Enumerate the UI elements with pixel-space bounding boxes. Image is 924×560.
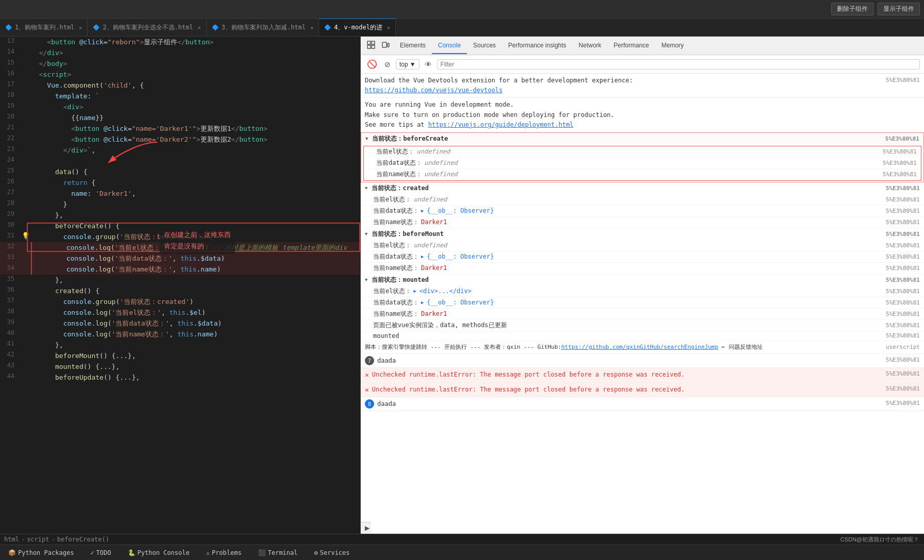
group-beforemount-header[interactable]: 当前状态：beforeMount 5%E3%80%81	[361, 228, 924, 240]
code-line-23: 23 </div>`,	[0, 145, 360, 156]
group-item-name-3: 当前name状态： Darker1 5%E3%80%81	[361, 263, 924, 274]
script-link[interactable]: https://github.com/qxinGitHub/searchEngi…	[561, 344, 718, 350]
bottom-tab-todo[interactable]: ✓ TODO	[86, 547, 115, 558]
code-line-44: 44 beforeUpdate() {...},	[0, 372, 360, 383]
svg-rect-4	[372, 45, 375, 48]
bottom-tab-problems[interactable]: ⚠ Problems	[202, 547, 246, 558]
group-beforecreate-header[interactable]: 当前状态：beforeCreate 5%E3%80%81	[361, 133, 923, 145]
python-packages-label: Python Packages	[18, 549, 74, 556]
code-line-17: 17 Vue.component('child', {	[0, 80, 360, 91]
inspect-element-button[interactable]	[365, 39, 377, 53]
script-source: userscript	[886, 343, 920, 352]
daada-text-2: daada	[377, 399, 876, 409]
breadcrumb: html › script › beforeCreate()	[0, 534, 924, 545]
tab-performance[interactable]: Performance	[608, 38, 656, 54]
group-item-vue-rendered: 页面已被vue实例渲染，data, methods已更新 5%E3%80%81	[361, 320, 924, 331]
code-line-36: 36 created() {	[0, 285, 360, 296]
services-label: Services	[320, 549, 350, 556]
svg-rect-5	[382, 42, 387, 47]
eye-button[interactable]: 👁	[423, 58, 434, 71]
group-item-name-2: 当前name状态： Darker1 5%E3%80%81	[361, 217, 924, 228]
top-buttons-bar: 删除子组件 显示子组件	[0, 0, 924, 19]
clear-console-button[interactable]: 🚫	[365, 57, 379, 71]
vue-deploy-link[interactable]: https://vuejs.org/guide/deployment.html	[428, 121, 574, 128]
group-item-el-3: 当前el状态： undefined 5%E3%80%81	[361, 240, 924, 251]
device-toggle-button[interactable]	[379, 39, 392, 53]
terminal-icon: ⬛	[258, 549, 266, 556]
code-line-16: 16 <script>	[0, 69, 360, 80]
bottom-tab-services[interactable]: ⚙ Services	[310, 547, 354, 558]
group-mounted-label: 当前状态：mounted	[372, 276, 429, 284]
svg-rect-6	[388, 43, 389, 47]
group-item-el-4: 当前el状态： ▶ <div>...</div> 5%E3%80%81	[361, 286, 924, 297]
svg-rect-3	[367, 45, 371, 48]
group-created-label: 当前状态：created	[372, 184, 429, 193]
code-editor: 13 <button @click="reborn">显示子组件</button…	[0, 37, 361, 534]
tab-1[interactable]: 🔷 1、购物车案列.html ✕	[0, 19, 88, 36]
tab-network[interactable]: Network	[573, 38, 608, 54]
terminal-label: Terminal	[268, 549, 298, 556]
daada-badge-2: 8	[365, 399, 374, 409]
group-item-data-1: 当前data状态： undefined 5%E3%80%81	[364, 158, 921, 169]
code-line-39: 39 console.log('当前data状态：', this.$data)	[0, 318, 360, 329]
group-item-data-4: 当前data状态： ▶ {__ob__: Observer} 5%E3%80%8…	[361, 297, 924, 309]
code-line-38: 38 console.log('当前el状态：', this.$el)	[0, 307, 360, 318]
devtools-expand-btn[interactable]: ▶	[361, 522, 371, 534]
tab-close-1[interactable]: ✕	[79, 25, 82, 30]
error-msg-2: ✕ Unchecked runtime.lastError: The messa…	[361, 383, 924, 398]
todo-label: TODO	[96, 549, 111, 556]
group-created-header[interactable]: 当前状态：created 5%E3%80%81	[361, 182, 924, 194]
dt-toolbar-icons	[363, 39, 394, 53]
tab-memory[interactable]: Memory	[656, 38, 690, 54]
top-context-dropdown[interactable]: top ▼	[396, 59, 419, 70]
delete-child-button[interactable]: 删除子组件	[831, 3, 873, 15]
vue-devtools-link[interactable]: https://github.com/vuejs/vue-devtools	[365, 87, 502, 94]
filter-input[interactable]	[437, 59, 920, 70]
daada-badge-1: 7	[365, 356, 374, 365]
bottom-tab-python-console[interactable]: 🐍 Python Console	[124, 547, 194, 558]
group-mounted-header[interactable]: 当前状态：mounted 5%E3%80%81	[361, 274, 924, 286]
code-line-22: 22 <button @click="name='Darker2'">更新数据2…	[0, 134, 360, 145]
group-item-data-2: 当前data状态： ▶ {__ob__: Observer} 5%E3%80%8…	[361, 206, 924, 217]
python-packages-icon: 📦	[8, 549, 16, 556]
breadcrumb-function[interactable]: beforeCreate()	[57, 536, 109, 543]
bottom-panel: 📦 Python Packages ✓ TODO 🐍 Python Consol…	[0, 545, 924, 560]
bottom-tab-terminal[interactable]: ⬛ Terminal	[254, 547, 302, 558]
tab-4[interactable]: 🔷 4、v-model的进 ✕	[319, 19, 396, 36]
bottom-tab-python-packages[interactable]: 📦 Python Packages	[4, 547, 78, 558]
code-line-32: 32 console.log('当前el状态：', this.$el) // 稍…	[0, 242, 360, 253]
python-console-label: Python Console	[138, 549, 190, 556]
python-console-icon: 🐍	[128, 549, 136, 556]
code-line-30: 30 beforeCreate() {	[0, 220, 360, 231]
error-source-2: 5%E3%80%81	[879, 385, 920, 394]
tab-sources[interactable]: Sources	[467, 38, 502, 54]
code-line-14: 14 </div>	[0, 47, 360, 58]
group-beforecreate-source: 5%E3%80%81	[878, 135, 919, 142]
breadcrumb-html[interactable]: html	[4, 536, 19, 543]
tab-close-2[interactable]: ✕	[198, 25, 201, 30]
code-line-15: 15 </body>	[0, 58, 360, 69]
code-line-42: 42 beforeMount() {...},	[0, 350, 360, 361]
breadcrumb-script[interactable]: script	[27, 536, 49, 543]
tab-close-4[interactable]: ✕	[387, 25, 390, 30]
code-line-18: 18 template: `	[0, 91, 360, 101]
tab-elements[interactable]: Elements	[394, 38, 432, 54]
daada-source-1: 5%E3%80%81	[879, 356, 920, 365]
group-beforecreate: 当前状态：beforeCreate 5%E3%80%81 当前el状态： und…	[361, 132, 924, 182]
show-child-button[interactable]: 显示子组件	[878, 3, 920, 15]
console-output[interactable]: Download the Vue Devtools extension for …	[361, 74, 924, 522]
code-line-26: 26 return {	[0, 177, 360, 188]
tab-performance-insights[interactable]: Performance insights	[502, 38, 573, 54]
group-item-el-2: 当前el状态： undefined 5%E3%80%81	[361, 194, 924, 206]
group-beforecreate-items: 当前el状态： undefined 5%E3%80%81 当前data状态： u…	[363, 146, 921, 181]
code-line-40: 40 console.log('当前name状态：', this.name)	[0, 329, 360, 340]
tab-2[interactable]: 🔷 2、购物车案列全选全不选.html ✕	[88, 19, 206, 36]
svg-rect-1	[367, 41, 371, 44]
code-line-25: 25 data() {	[0, 166, 360, 177]
console-filter-toggle[interactable]: ⊘	[382, 58, 393, 71]
tab-close-3[interactable]: ✕	[310, 25, 313, 30]
code-line-33: 33 console.log('当前data状态：', this.$data)	[0, 253, 360, 264]
tab-console[interactable]: Console	[432, 38, 467, 54]
svg-rect-2	[372, 41, 375, 44]
tab-3[interactable]: 🔷 3、购物车案列加入加减.html ✕	[207, 19, 319, 36]
